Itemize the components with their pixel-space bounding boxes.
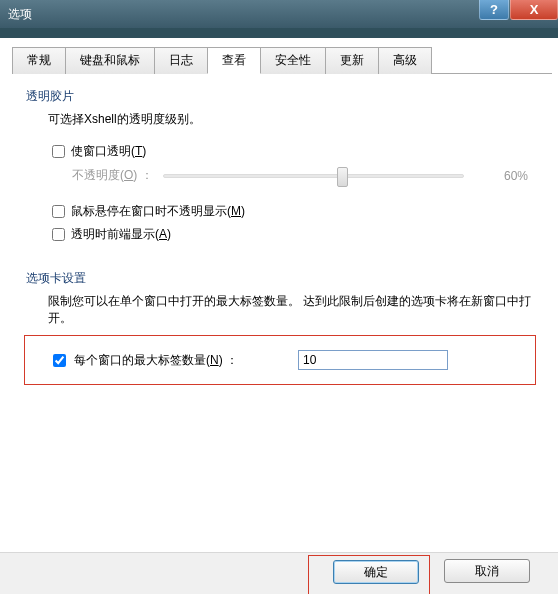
group-tabsetting-desc: 限制您可以在单个窗口中打开的最大标签数量。 达到此限制后创建的选项卡将在新窗口中… [48,293,536,327]
make-window-transparent-checkbox[interactable] [52,145,65,158]
tab-log[interactable]: 日志 [154,47,208,74]
make-window-transparent-label: 使窗口透明(T) [71,143,146,160]
group-tabsetting-title: 选项卡设置 [26,270,536,287]
tab-security[interactable]: 安全性 [260,47,326,74]
hover-opaque-row[interactable]: 鼠标悬停在窗口时不透明显示(M) [48,202,536,221]
max-tabs-checkbox[interactable] [53,354,66,367]
titlebar: 选项 ? X [0,0,558,28]
make-window-transparent-row[interactable]: 使窗口透明(T) [48,142,536,161]
opacity-label: 不透明度(O) ： [72,167,153,184]
dialog-footer: 确定 取消 [0,552,558,594]
always-on-top-label: 透明时前端显示(A) [71,226,171,243]
ok-highlight-box: 确定 [308,555,430,594]
hover-opaque-label: 鼠标悬停在窗口时不透明显示(M) [71,203,245,220]
dialog-body: 常规 键盘和鼠标 日志 查看 安全性 更新 高级 透明胶片 可选择Xshell的… [0,38,558,395]
hover-opaque-checkbox[interactable] [52,205,65,218]
highlight-box: 每个窗口的最大标签数量(N) ： [24,335,536,385]
cancel-button[interactable]: 取消 [444,559,530,583]
tabpanel-view: 透明胶片 可选择Xshell的透明度级别。 使窗口透明(T) 不透明度(O) ：… [14,74,552,395]
opacity-row: 不透明度(O) ： 60% [72,167,536,184]
tab-general[interactable]: 常规 [12,47,66,74]
always-on-top-checkbox[interactable] [52,228,65,241]
window-title: 选项 [8,6,32,23]
max-tabs-row: 每个窗口的最大标签数量(N) ： [49,350,525,370]
titlebar-shadow [0,28,558,38]
max-tabs-input[interactable] [298,350,448,370]
always-on-top-row[interactable]: 透明时前端显示(A) [48,225,536,244]
tab-update[interactable]: 更新 [325,47,379,74]
tab-keyboard-mouse[interactable]: 键盘和鼠标 [65,47,155,74]
tabstrip: 常规 键盘和鼠标 日志 查看 安全性 更新 高级 [12,46,552,74]
titlebar-buttons: ? X [478,0,558,22]
opacity-slider[interactable] [163,174,464,178]
opacity-slider-thumb[interactable] [337,167,348,187]
tab-view[interactable]: 查看 [207,47,261,74]
group-transparency-title: 透明胶片 [26,88,536,105]
close-button[interactable]: X [510,0,558,20]
opacity-value: 60% [488,169,528,183]
tab-advanced[interactable]: 高级 [378,47,432,74]
ok-button[interactable]: 确定 [333,560,419,584]
group-transparency-desc: 可选择Xshell的透明度级别。 [48,111,536,128]
max-tabs-label: 每个窗口的最大标签数量(N) ： [74,352,238,369]
help-button[interactable]: ? [479,0,509,20]
